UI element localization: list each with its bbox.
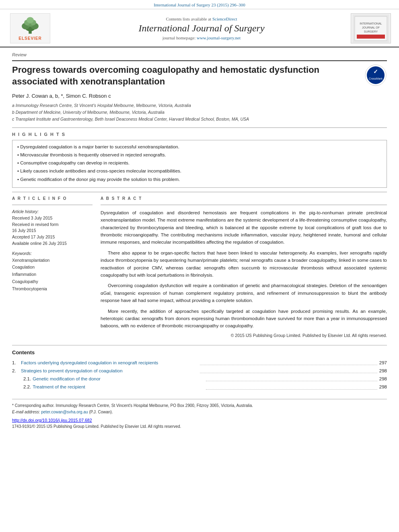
abstract-title: A B S T R A C T: [101, 196, 387, 201]
email-suffix: (P.J. Cowan).: [89, 410, 113, 414]
section-label: Review: [12, 52, 387, 57]
affiliation-a: a Immunology Research Centre, St Vincent…: [12, 102, 387, 109]
contents-title: Contents: [12, 349, 387, 355]
homepage-label: journal homepage:: [162, 35, 195, 40]
affiliation-c: c Transplant Institute and Gastroenterol…: [12, 116, 387, 123]
accepted-date: Accepted 17 July 2015: [12, 234, 93, 240]
highlight-item-4: Likely causes include antibodies and cro…: [17, 168, 382, 175]
contents-text-2-2: Treatment of the recipient: [33, 384, 204, 390]
contents-num-2-1: 2.1.: [23, 376, 31, 382]
contents-section: Contents 1. Factors underlying dysregula…: [12, 345, 387, 391]
journal-cover-image: INTERNATIONAL JOURNAL OF SURGERY: [351, 13, 391, 43]
revised-date: 16 July 2015: [12, 228, 93, 234]
abstract-para-4: More recently, the addition of approache…: [101, 308, 387, 330]
received-date: Received 3 July 2015: [12, 215, 93, 222]
contents-item-2-2: 2.2. Treatment of the recipient 298: [12, 384, 387, 390]
contents-num-1: 1.: [12, 359, 19, 366]
svg-text:CrossMark: CrossMark: [369, 77, 383, 80]
highlights-section: H I G H L I G H T S Dysregulated coagula…: [12, 132, 387, 188]
article-info-title: A R T I C L E I N F O: [12, 196, 93, 201]
contents-dots-2-2: [206, 384, 377, 389]
copyright-text: © 2015 IJS Publishing Group Limited. Pub…: [101, 333, 387, 338]
keyword-1: Xenotransplantation: [12, 257, 93, 264]
revised-label: Received in revised form: [12, 222, 93, 228]
highlight-item-2: Microvascular thrombosis is frequently o…: [17, 152, 382, 158]
article-content: Review Progress towards overcoming coagu…: [0, 47, 399, 437]
abstract-divider: [101, 205, 387, 205]
contents-page-2-2: 298: [379, 384, 387, 390]
abstract-para-3: Overcoming coagulation dysfunction will …: [101, 282, 387, 304]
highlight-item-1: Dysregulated coagulation is a major barr…: [17, 144, 382, 150]
article-info-divider: [12, 205, 93, 205]
email-line: E-mail address: peter.cowan@svha.org.au …: [12, 409, 387, 415]
contents-text-1: Factors underlying dysregulated coagulat…: [21, 359, 198, 366]
article-history-label: Article history:: [12, 209, 93, 214]
svg-text:✓: ✓: [373, 68, 378, 75]
keywords-group: Keywords: Xenotransplantation Coagulatio…: [12, 251, 93, 293]
abstract-para-2: There also appear to be organ-specific f…: [101, 249, 387, 279]
doi-anchor[interactable]: http://dx.doi.org/10.1016/j.ijsu.2015.07…: [12, 418, 92, 423]
svg-text:JOURNAL OF: JOURNAL OF: [362, 26, 380, 29]
corresponding-note: * Corresponding author. Immunology Resea…: [12, 403, 387, 409]
highlights-divider-top: [12, 127, 387, 128]
article-title: Progress towards overcoming coagulopathy…: [12, 64, 331, 87]
contents-page-2: 298: [379, 368, 387, 374]
authors-text: Peter J. Cowan a, b, *, Simon C. Robson …: [12, 93, 111, 99]
doi-link[interactable]: http://dx.doi.org/10.1016/j.ijsu.2015.07…: [12, 418, 387, 423]
keyword-5: Thrombocytopenia: [12, 286, 93, 293]
elsevier-label-text: ELSEVIER: [19, 36, 41, 41]
article-info-column: A R T I C L E I N F O Article history: R…: [12, 196, 93, 338]
affiliations: a Immunology Research Centre, St Vincent…: [12, 102, 387, 122]
sciencedirect-link[interactable]: ScienceDirect: [212, 16, 237, 21]
journal-reference-text: International Journal of Surgery 23 (201…: [154, 2, 245, 7]
abstract-para-1: Dysregulation of coagulation and disorde…: [101, 209, 387, 246]
email-label: E-mail address:: [12, 410, 40, 414]
sciencedirect-line: Contents lists available at ScienceDirec…: [52, 16, 351, 21]
crossmark-icon: ✓ CrossMark: [365, 64, 387, 86]
keyword-4: Coagulopathy: [12, 278, 93, 286]
contents-dots-2-1: [206, 376, 377, 381]
highlights-box: Dysregulated coagulation is a major barr…: [12, 140, 387, 188]
contents-text-2: Strategies to prevent dysregulation of c…: [21, 368, 198, 374]
affiliation-b: b Department of Medicine, University of …: [12, 109, 387, 116]
svg-point-7: [27, 17, 34, 23]
elsevier-tree-svg: [18, 16, 42, 35]
crossmark-container[interactable]: ✓ CrossMark: [365, 64, 387, 88]
keyword-2: Coagulation: [12, 264, 93, 271]
corresponding-text: * Corresponding author. Immunology Resea…: [12, 403, 253, 408]
contents-text-2-1: Genetic modification of the donor: [33, 376, 204, 382]
contents-dots-2: [200, 368, 377, 373]
keyword-3: Inflammation: [12, 271, 93, 278]
contents-num-2: 2.: [12, 368, 19, 374]
abstract-column: A B S T R A C T Dysregulation of coagula…: [101, 196, 387, 338]
svg-text:INTERNATIONAL: INTERNATIONAL: [360, 22, 382, 25]
journal-header: ELSEVIER Contents lists available at Sci…: [0, 9, 399, 47]
journal-title: International Journal of Surgery: [52, 23, 351, 34]
elsevier-logo-container: ELSEVIER: [8, 13, 52, 43]
article-history-group: Article history: Received 3 July 2015 Re…: [12, 209, 93, 247]
journal-reference-bar: International Journal of Surgery 23 (201…: [0, 0, 399, 9]
title-divider-top: [12, 60, 387, 61]
authors-line: Peter J. Cowan a, b, *, Simon C. Robson …: [12, 93, 387, 99]
keywords-label: Keywords:: [12, 251, 93, 256]
page: International Journal of Surgery 23 (201…: [0, 0, 399, 532]
contents-available-text: Contents lists available at: [166, 16, 211, 21]
journal-cover-svg: INTERNATIONAL JOURNAL OF SURGERY: [353, 14, 389, 43]
abstract-text: Dysregulation of coagulation and disorde…: [101, 209, 387, 330]
highlights-title: H I G H L I G H T S: [12, 132, 387, 137]
keywords-list: Xenotransplantation Coagulation Inflamma…: [12, 257, 93, 293]
two-col-divider: [12, 192, 387, 192]
svg-rect-13: [357, 35, 385, 39]
contents-dots-1: [200, 359, 377, 365]
contents-page-2-1: 298: [379, 376, 387, 382]
email-link[interactable]: peter.cowan@svha.org.au: [41, 410, 88, 414]
journal-homepage-line: journal homepage: www.journal-surgery.ne…: [52, 35, 351, 40]
contents-item-2-1: 2.1. Genetic modification of the donor 2…: [12, 376, 387, 382]
elsevier-logo: ELSEVIER: [10, 13, 50, 43]
homepage-link[interactable]: www.journal-surgery.net: [197, 35, 241, 40]
contents-page-1: 297: [379, 359, 387, 366]
svg-text:SURGERY: SURGERY: [364, 30, 378, 33]
highlight-item-3: Consumptive coagulopathy can develop in …: [17, 160, 382, 166]
contents-item-2: 2. Strategies to prevent dysregulation o…: [12, 368, 387, 374]
highlight-item-5: Genetic modification of the donor pig ma…: [17, 176, 382, 183]
